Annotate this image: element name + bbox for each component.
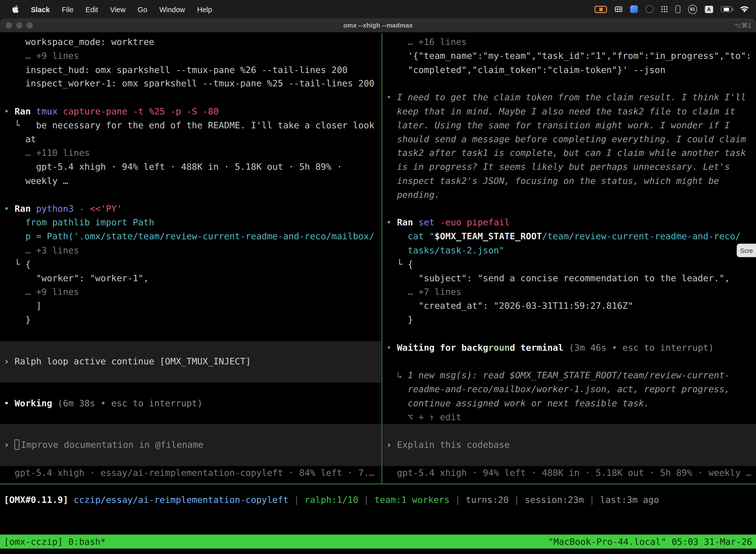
thinking-line: • I need to get the claim token from the… [382, 91, 756, 105]
command-output: "worker": "worker-1", [0, 272, 381, 285]
window-shortcut-hint: ⌥⌘1 [734, 21, 751, 29]
close-button[interactable] [6, 22, 12, 28]
screen: Slack File Edit View Go Window Help 61 A [0, 0, 756, 554]
menu-edit[interactable]: Edit [85, 5, 98, 13]
blank-line [382, 327, 756, 341]
thinking-text: I need to get the claim token from the c… [397, 92, 746, 103]
menu-view[interactable]: View [110, 5, 126, 13]
command-code: p = Path('.omx/state/team/review-current… [0, 230, 381, 244]
code-text: cat " [386, 231, 435, 241]
menu-window[interactable]: Window [159, 5, 185, 13]
bullet-icon: • [386, 92, 397, 103]
command-line: • Ran tmux capture-pane -t %25 -p -S -80 [0, 105, 381, 119]
code-text: /team/review-current-readme-and-reco/ [542, 231, 741, 241]
blank-line [0, 188, 381, 202]
terminal-line: inspect_worker-1: omx sparkshell --tmux-… [0, 77, 381, 91]
thinking-line: later. Using the same for transition mig… [382, 119, 756, 132]
working-label: Working [15, 398, 58, 408]
command-output: └ { [382, 258, 756, 272]
composer-line: › Improve documentation in @filename [0, 438, 381, 452]
menu-file[interactable]: File [62, 5, 73, 13]
blank-line [0, 91, 381, 105]
zoom-button[interactable] [26, 22, 33, 28]
minimize-button[interactable] [16, 22, 22, 28]
terminal-line: inspect_hud: omx sparkshell --tmux-pane … [0, 63, 381, 77]
badge-61-icon[interactable]: 61 [688, 4, 697, 14]
tmux-pane-right[interactable]: … +16 lines '{"team_name":"my-team","tas… [382, 33, 756, 484]
blue-app-icon[interactable] [630, 5, 638, 13]
menu-go[interactable]: Go [138, 5, 147, 13]
waiting-label-shimmer: roun [488, 342, 510, 352]
ran-label: Ran [15, 106, 36, 116]
dark-circle-icon[interactable] [646, 5, 653, 13]
device-icon[interactable] [675, 5, 680, 13]
queued-message[interactable]: › Ralph loop active continue [OMX_TMUX_I… [0, 341, 381, 383]
tmux-host-clock: "MacBook-Pro-44.local" 05:03 31-Mar-26 [548, 537, 752, 547]
screen-recording-indicator-icon[interactable] [594, 5, 607, 13]
wifi-icon[interactable] [740, 5, 749, 13]
command-output: } [0, 313, 381, 327]
title-bar[interactable]: omx --xhigh --madmax ⌥⌘1 [0, 18, 756, 33]
command-args: -euo pipefail [440, 217, 510, 227]
menu-help[interactable]: Help [197, 5, 212, 13]
grid-icon[interactable] [615, 6, 622, 12]
traffic-lights [0, 22, 33, 28]
apple-menu-icon[interactable] [12, 5, 19, 13]
ran-label: Ran [397, 217, 419, 227]
prompt-chevron: › [4, 356, 15, 366]
command-output: gpt-5.4 xhigh · 94% left · 488K in · 5.1… [0, 160, 381, 174]
working-meta: (6m 38s • esc to interrupt) [58, 398, 203, 408]
command-args: capture-pane -t %25 -p -S -80 [63, 106, 219, 116]
omx-team: team:1 workers [375, 494, 450, 505]
dots-grid-icon[interactable] [661, 6, 668, 12]
separator: | [450, 494, 466, 505]
menu-bar: Slack File Edit View Go Window Help 61 A [0, 0, 756, 18]
battery-icon[interactable] [721, 6, 732, 12]
separator: | [509, 494, 525, 505]
queued-message-text: Ralph loop active continue [OMX_TMUX_INJ… [15, 356, 251, 366]
command-code: cat "$OMX_TEAM_STATE_ROOT/team/review-cu… [382, 230, 756, 244]
command-line: • Ran python3 - <<'PY' [0, 202, 381, 216]
screen-share-popup[interactable]: Scre [737, 244, 756, 257]
menu-bar-extras: 61 A [594, 4, 756, 14]
menu-bar-left: Slack File Edit View Go Window Help [0, 5, 212, 13]
separator: | [359, 494, 375, 505]
elided-lines: … +7 lines [382, 285, 756, 299]
command-line: • Ran set -euo pipefail [382, 216, 756, 230]
omx-version: [OMX#0.11.9] [4, 494, 74, 505]
prompt-chevron: › [386, 440, 397, 450]
omx-status-line: [OMX#0.11.9] cczip/essay/ai-reimplementa… [0, 493, 756, 507]
tmux-session-window: [omx-cczip] 0:bash* [4, 537, 106, 547]
thinking-line: should send a message before completing … [382, 132, 756, 147]
notification-line: continue assigned work or next feasible … [382, 396, 756, 410]
command-output: at [0, 132, 381, 147]
notification-text: 1 new msg(s): read $OMX_TEAM_STATE_ROOT/… [408, 370, 730, 380]
tmux-pane-left[interactable]: workspace_mode: worktree … +9 lines insp… [0, 33, 381, 484]
waiting-meta: (3m 46s • esc to interrupt) [569, 342, 714, 352]
notification-line: readme-and-reco/mailbox/worker-1.json, a… [382, 383, 756, 396]
terminal-line: '{"team_name":"my-team","task_id":"1","f… [382, 49, 756, 63]
app-menu-slack[interactable]: Slack [31, 5, 50, 13]
command-name: tmux [36, 106, 63, 116]
notification-line: ↳ 1 new msg(s): read $OMX_TEAM_STATE_ROO… [382, 369, 756, 383]
queued-message-line: › Ralph loop active continue [OMX_TMUX_I… [0, 355, 381, 369]
tmux-status-bar[interactable]: [omx-cczip] 0:bash* "MacBook-Pro-44.loca… [0, 535, 756, 549]
prompt-chevron: › [4, 440, 15, 450]
bullet-icon: • [4, 398, 15, 408]
battery-fill [724, 7, 729, 11]
separator: | [584, 494, 600, 505]
omx-ralph: ralph:1/10 [305, 494, 359, 505]
composer-input[interactable]: › Explain this codebase [382, 424, 756, 466]
thinking-line: is in progress? It seems likely but perh… [382, 160, 756, 174]
input-source-icon[interactable]: A [705, 5, 713, 13]
command-output: ] [0, 299, 381, 313]
recording-dot [599, 7, 603, 11]
command-output: "subject": "send a concise recommendatio… [382, 272, 756, 285]
window-title: omx --xhigh --madmax [0, 21, 756, 29]
omx-branch: cczip/essay/ai-reimplementation-copyleft [74, 494, 289, 505]
bullet-icon: • [386, 217, 397, 227]
command-output: } [382, 313, 756, 327]
session-status-line: gpt-5.4 xhigh · essay/ai-reimplementatio… [0, 466, 381, 480]
command-output: └ be necessary for the end of the README… [0, 119, 381, 132]
composer-input[interactable]: › Improve documentation in @filename [0, 424, 381, 466]
